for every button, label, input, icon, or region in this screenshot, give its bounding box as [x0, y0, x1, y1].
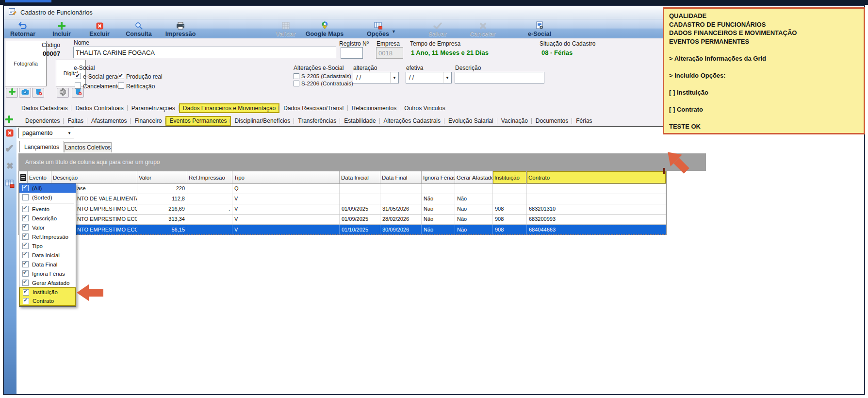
tab-dados-contratuais[interactable]: Dados Contratuais: [71, 103, 127, 113]
producao-real-checkbox[interactable]: [118, 73, 124, 79]
photo-add-button[interactable]: [6, 88, 18, 98]
checkbox[interactable]: [22, 224, 29, 231]
toolbar-button-opcoes[interactable]: Opções: [366, 21, 390, 37]
efetiva-date-combo[interactable]: / / ▼: [406, 72, 452, 83]
tab-dependentes[interactable]: Dependentes: [21, 116, 64, 126]
tab-alteracoes-cadastrais[interactable]: Alterações Cadastrais: [380, 116, 444, 126]
alteracao-date-combo[interactable]: / / ▼: [353, 72, 399, 83]
toolbar-button-impressao[interactable]: Impressão: [164, 21, 197, 37]
column-header-instituicao[interactable]: Instituição: [493, 171, 527, 183]
opcoes-dropdown-arrow[interactable]: ▼: [392, 29, 396, 34]
tab-dados-rescisao[interactable]: Dados Rescisão/Transf: [279, 103, 347, 113]
column-header-tipo[interactable]: Tipo: [232, 171, 340, 183]
toolbar-button-validar[interactable]: Validar: [274, 21, 297, 37]
toolbar-button-retornar[interactable]: Retornar: [8, 21, 38, 37]
chooser-item-all[interactable]: (All): [19, 183, 76, 193]
grid-group-by-bar[interactable]: Arraste um título de coluna aqui para cr…: [18, 153, 706, 171]
table-row-selected[interactable]: NTO EMPRESTIMO ECONSIGNADO 3 56,15 V 01/…: [19, 225, 666, 235]
strip-confirm-button[interactable]: ✔: [5, 142, 14, 155]
toolbar-button-google-maps[interactable]: Google Maps: [305, 21, 344, 37]
chooser-item-sorted[interactable]: (Sorted): [19, 193, 76, 202]
checkbox[interactable]: [22, 233, 29, 240]
tab-afastamentos[interactable]: Afastamentos: [87, 116, 131, 126]
tab-dados-cadastrais[interactable]: Dados Cadastrais: [17, 103, 71, 113]
chooser-item-contrato[interactable]: Contrato: [20, 297, 75, 305]
tab-faltas[interactable]: Faltas: [64, 116, 87, 126]
tab-lancamentos[interactable]: Lançamentos: [19, 141, 64, 152]
toolbar-button-esocial[interactable]: e-Social: [526, 21, 553, 37]
column-header-evento[interactable]: Evento: [28, 171, 51, 183]
chooser-item-ref-impressao[interactable]: Ref.Impressão: [19, 232, 76, 241]
row-indicator-header[interactable]: [19, 171, 28, 183]
add-tab-button[interactable]: [5, 116, 13, 125]
checkbox[interactable]: [23, 289, 29, 296]
tab-lanctos-coletivos[interactable]: Lanctos Coletivos: [64, 142, 112, 152]
toolbar-button-excluir[interactable]: Excluir: [87, 21, 112, 37]
descricao-input[interactable]: [455, 72, 544, 83]
chevron-down-icon[interactable]: ▼: [390, 72, 398, 83]
strip-grid-options-button[interactable]: [5, 180, 15, 190]
photo-capture-button[interactable]: [19, 88, 31, 98]
s2206-checkbox[interactable]: [294, 81, 299, 86]
tab-dados-financeiros[interactable]: Dados Financeiros e Movimentação: [179, 103, 279, 113]
photo-box[interactable]: Fotografia: [5, 41, 47, 86]
tab-parametrizacoes[interactable]: Parametrizações: [128, 103, 179, 113]
tab-estabilidade[interactable]: Estabilidade: [340, 116, 379, 126]
column-header-data-final[interactable]: Data Final: [380, 171, 422, 183]
checkbox[interactable]: [22, 252, 29, 258]
fingerprint-delete-button[interactable]: [72, 88, 84, 98]
tab-documentos[interactable]: Documentos: [532, 116, 572, 126]
tab-relacionamentos[interactable]: Relacionamentos: [348, 103, 401, 113]
toolbar-button-consulta[interactable]: Consulta: [125, 21, 153, 37]
chevron-down-icon[interactable]: ▼: [443, 72, 451, 83]
chooser-item-data-inicial[interactable]: Data Inicial: [19, 250, 76, 260]
checkbox[interactable]: [22, 243, 29, 249]
checkbox[interactable]: [22, 270, 29, 277]
checkbox[interactable]: [22, 280, 29, 286]
chooser-item-tipo[interactable]: Tipo: [19, 241, 76, 250]
table-row[interactable]: NTO EMPRESTIMO ECONSIGNADO 216,69 . V 01…: [19, 204, 666, 215]
esocial-gerado-checkbox[interactable]: [75, 73, 81, 79]
column-header-contrato[interactable]: Contrato: [527, 171, 666, 183]
nome-input[interactable]: [73, 47, 336, 58]
column-header-gerar-afastado[interactable]: Gerar Afastado: [455, 171, 493, 183]
chooser-item-ignora-ferias[interactable]: Ignora Férias: [19, 269, 76, 278]
fingerprint-button[interactable]: [57, 88, 69, 98]
retificacao-checkbox[interactable]: [118, 83, 124, 89]
tab-outros-vinculos[interactable]: Outros Vinculos: [400, 103, 449, 113]
table-row[interactable]: NTO DE VALE ALIMENTAÇÃO 112,8 V Não Não: [19, 194, 666, 204]
strip-delete-button[interactable]: [6, 129, 14, 139]
chooser-item-data-final[interactable]: Data Final: [19, 260, 76, 269]
table-row[interactable]: ase 220 Q: [19, 184, 666, 194]
tab-eventos-permanentes[interactable]: Eventos Permanentes: [165, 116, 230, 126]
table-row[interactable]: NTO EMPRESTIMO ECONSIGNADO 2 313,34 V 01…: [19, 215, 666, 225]
column-header-valor[interactable]: Valor: [137, 171, 187, 183]
tab-evolucao-salarial[interactable]: Evolução Salarial: [444, 116, 497, 126]
chooser-item-descricao[interactable]: Descrição: [19, 214, 76, 223]
registro-input[interactable]: [341, 47, 363, 59]
toolbar-button-cancelar[interactable]: Cancelar: [469, 21, 496, 37]
column-header-data-inicial[interactable]: Data Inicial: [340, 171, 380, 183]
column-header-ref-impressao[interactable]: Ref.Impressão: [187, 171, 232, 183]
tab-disciplinar-beneficios[interactable]: Disciplinar/Benefícios: [231, 116, 295, 126]
strip-cancel-button[interactable]: ✖: [6, 161, 14, 171]
tab-vacinacao[interactable]: Vacinação: [497, 116, 532, 126]
chooser-item-gerar-afastado[interactable]: Gerar Afastado: [19, 278, 76, 287]
digital-box[interactable]: Digital: [56, 60, 86, 86]
checkbox[interactable]: [22, 185, 29, 191]
checkbox[interactable]: [22, 194, 29, 200]
tab-financeiro[interactable]: Financeiro: [131, 116, 165, 126]
toolbar-button-incluir[interactable]: Incluir: [49, 21, 74, 37]
cancelamento-checkbox[interactable]: [75, 83, 81, 89]
tab-ferias[interactable]: Férias: [572, 116, 596, 126]
column-header-descricao[interactable]: Descrição: [51, 171, 137, 183]
checkbox[interactable]: [22, 261, 29, 267]
s2205-checkbox[interactable]: [294, 73, 299, 79]
photo-delete-button[interactable]: [32, 88, 44, 98]
payment-type-combo[interactable]: pagamento ▼: [18, 128, 74, 138]
chooser-item-instituicao[interactable]: Instituição: [20, 288, 75, 297]
checkbox[interactable]: [23, 298, 29, 304]
column-header-ignora-ferias[interactable]: Ignora Férias: [422, 171, 455, 183]
chooser-item-valor[interactable]: Valor: [19, 223, 76, 232]
checkbox[interactable]: [22, 215, 29, 221]
